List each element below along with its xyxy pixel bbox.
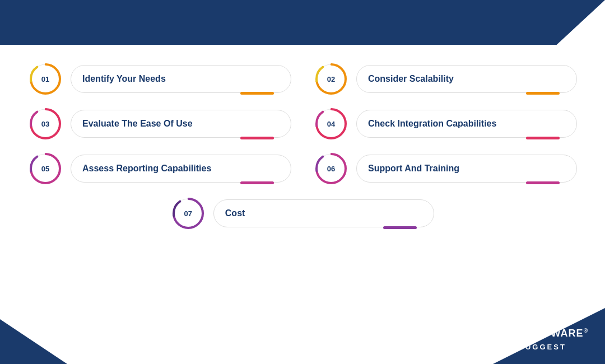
- step-label-box-01: Identify Your Needs: [71, 65, 291, 93]
- bottom-right-decoration: SOFTWARE® SUGGEST: [493, 308, 605, 364]
- step-number-06: 06: [327, 165, 335, 173]
- step-number-07: 07: [184, 209, 192, 218]
- step-item-03: 03Evaluate The Ease Of Use: [28, 106, 291, 141]
- step-badge-07: 07: [171, 196, 206, 231]
- logo-text: SOFTWARE® SUGGEST: [519, 323, 588, 353]
- step-number-04: 04: [327, 120, 335, 128]
- step-number-02: 02: [327, 75, 335, 83]
- step-number-03: 03: [41, 120, 49, 128]
- step-label-box-03: Evaluate The Ease Of Use: [71, 110, 291, 138]
- step-item-05: 05Assess Reporting Capabilities: [28, 151, 291, 186]
- step-label-box-02: Consider Scalability: [356, 65, 577, 93]
- step-label-03: Evaluate The Ease Of Use: [82, 119, 193, 129]
- step-item-01: 01Identify Your Needs: [28, 62, 291, 96]
- step-label-07: Cost: [225, 208, 245, 218]
- step-label-box-04: Check Integration Capabilities: [356, 110, 577, 138]
- step-badge-05: 05: [28, 151, 63, 186]
- step-label-05: Assess Reporting Capabilities: [82, 164, 211, 174]
- step-item-04: 04Check Integration Capabilities: [314, 106, 577, 141]
- step-label-06: Support And Training: [368, 164, 459, 174]
- step-badge-03: 03: [28, 106, 63, 141]
- step-item-02: 02Consider Scalability: [314, 62, 577, 96]
- content: 01Identify Your Needs02Consider Scalabil…: [0, 45, 605, 242]
- step-badge-02: 02: [314, 62, 348, 96]
- step-item-06: 06Support And Training: [314, 151, 577, 186]
- step-label-04: Check Integration Capabilities: [368, 119, 496, 129]
- bottom-left-decoration: [0, 319, 67, 364]
- page-container: 01Identify Your Needs02Consider Scalabil…: [0, 0, 605, 364]
- step-label-box-06: Support And Training: [356, 155, 577, 183]
- step-item-07: 07Cost: [171, 196, 434, 231]
- step-label-02: Consider Scalability: [368, 74, 454, 84]
- step-badge-01: 01: [28, 62, 63, 96]
- step-number-01: 01: [41, 75, 49, 83]
- step-label-box-07: Cost: [213, 199, 434, 227]
- step-label-box-05: Assess Reporting Capabilities: [71, 155, 291, 183]
- step-badge-06: 06: [314, 151, 348, 186]
- logo: SOFTWARE® SUGGEST: [519, 323, 588, 353]
- header: [0, 0, 605, 45]
- step-badge-04: 04: [314, 106, 348, 141]
- center-row: 07Cost: [28, 196, 577, 231]
- step-number-05: 05: [41, 165, 49, 173]
- step-label-01: Identify Your Needs: [82, 74, 166, 84]
- steps-grid: 01Identify Your Needs02Consider Scalabil…: [28, 62, 577, 186]
